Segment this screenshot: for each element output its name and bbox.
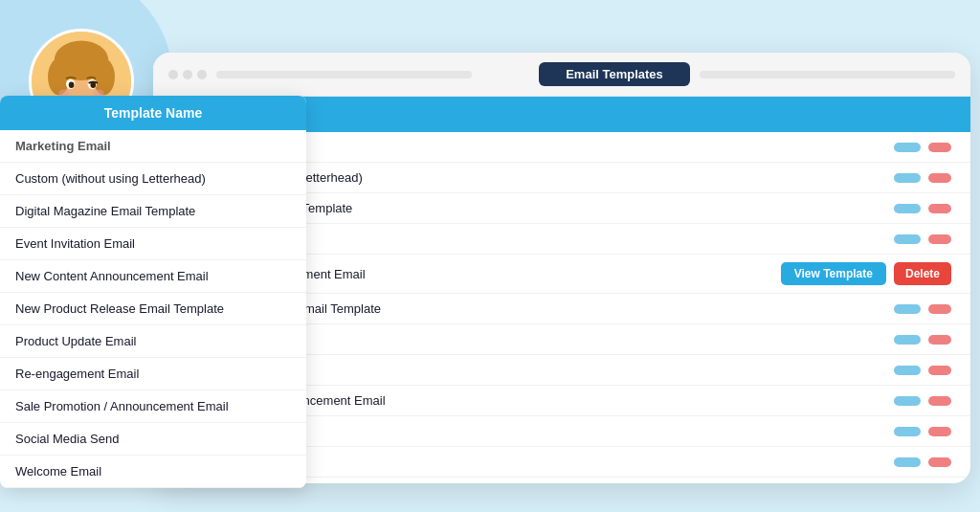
row-actions: View TemplateDelete [692,262,951,285]
dropdown-header: Template Name [0,96,306,130]
view-template-button[interactable] [894,204,921,213]
view-template-button[interactable] [894,396,921,406]
delete-button[interactable] [928,457,951,467]
view-template-button[interactable] [894,335,921,345]
browser-spacer-right [700,71,955,78]
delete-button[interactable] [928,335,951,345]
view-template-button[interactable] [894,143,921,152]
dropdown-item[interactable]: Welcome Email [0,456,306,488]
dropdown-item[interactable]: Sale Promotion / Announcement Email [0,390,306,423]
view-template-button[interactable] [894,304,921,314]
browser-tab[interactable]: Email Templates [539,62,690,86]
view-template-button[interactable] [894,173,921,183]
delete-button[interactable] [928,173,951,183]
dropdown-item[interactable]: New Product Release Email Template [0,293,306,325]
row-actions [692,304,951,314]
dropdown-item[interactable]: Product Update Email [0,325,306,358]
delete-button[interactable] [928,204,951,213]
delete-button[interactable] [928,304,951,314]
dropdown-item[interactable]: Re-engagement Email [0,358,306,390]
delete-button[interactable] [928,234,951,244]
dropdown-item[interactable]: Custom (without using Letterhead) [0,163,306,195]
view-template-button[interactable] [894,366,921,375]
view-template-button[interactable] [894,427,921,436]
dropdown-overlay: Template Name Marketing EmailCustom (wit… [0,96,306,488]
browser-dot-1 [168,70,178,79]
dropdown-item[interactable]: Marketing Email [0,130,306,163]
row-actions [692,457,951,467]
view-template-button[interactable]: View Template [781,262,886,285]
row-actions [692,234,951,244]
dropdown-item[interactable]: New Content Announcement Email [0,260,306,293]
dropdown-list: Marketing EmailCustom (without using Let… [0,130,306,488]
delete-button[interactable] [928,143,951,152]
svg-point-3 [48,58,70,95]
row-actions [692,143,951,152]
view-template-button[interactable] [894,457,921,467]
row-actions [692,173,951,183]
row-actions [692,204,951,213]
row-actions [692,427,951,436]
svg-point-4 [93,58,115,95]
delete-button[interactable] [928,396,951,406]
browser-dot-3 [197,70,207,79]
row-actions [692,366,951,375]
delete-button[interactable]: Delete [894,262,951,285]
delete-button[interactable] [928,366,951,375]
view-template-button[interactable] [894,234,921,244]
row-actions [692,396,951,406]
svg-point-7 [69,81,75,88]
dropdown-item[interactable]: Event Invitation Email [0,228,306,260]
browser-dots [168,70,207,79]
browser-topbar: Email Templates [153,53,970,97]
browser-dot-2 [183,70,192,79]
dropdown-item[interactable]: Social Media Send [0,423,306,456]
dropdown-item[interactable]: Digital Magazine Email Template [0,195,306,228]
row-actions [692,335,951,345]
delete-button[interactable] [928,427,951,436]
browser-spacer-left [216,71,472,78]
